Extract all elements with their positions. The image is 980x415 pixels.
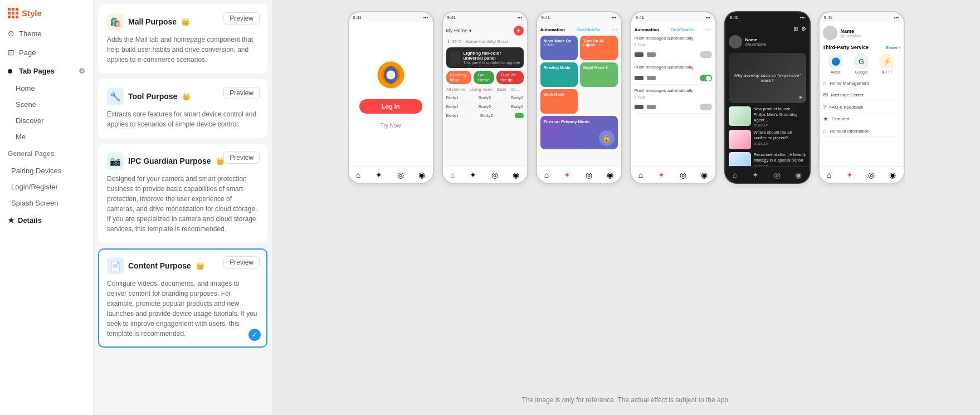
google-service[interactable]: G Google	[854, 53, 869, 74]
preview-caption: The image is only for reference. The act…	[522, 396, 730, 404]
news-item-1: New product launch | Philips Men's Groom…	[729, 106, 806, 127]
sidebar-item-theme[interactable]: ⊙ Theme	[0, 24, 93, 43]
phone5-top-icons: ⊞ ⚙	[729, 26, 806, 32]
settings-icon[interactable]: ⚙	[801, 26, 806, 32]
svg-point-2	[386, 71, 395, 80]
ifttt-service[interactable]: ⚡ IFTTT	[879, 53, 895, 74]
reading-mode-tile[interactable]: Reading Mode	[540, 62, 578, 87]
toggle-on[interactable]	[515, 113, 524, 118]
chip-cooking[interactable]: Cooking Now	[446, 71, 472, 84]
card-ipc[interactable]: Preview 📷 IPC Guardian Purpose 👑 Designe…	[98, 144, 267, 243]
turn-on-tile[interactable]: Turn On All Lights	[580, 36, 618, 60]
night-mode-tile[interactable]: Night Mode On 3 tasks	[540, 36, 578, 60]
content-title: Content Purpose	[128, 261, 191, 270]
more-icon[interactable]: ···	[612, 26, 617, 33]
sidebar-item-scene[interactable]: Scene	[0, 96, 93, 113]
preview-button-ipc[interactable]: Preview	[223, 152, 260, 164]
sidebar-tab-pages-header[interactable]: Tab Pages ⚙	[0, 62, 93, 80]
night-mode-2-tile[interactable]: Night Mode 2	[580, 62, 618, 87]
phone3-content: Automation OneClickGo ··· Night Mode On …	[537, 22, 621, 166]
nav-me-icon[interactable]: ◉	[701, 170, 708, 179]
sidebar-item-details[interactable]: ★ Details	[0, 211, 93, 230]
menu-faq[interactable]: ? FAQ & Feedback	[823, 101, 900, 113]
sidebar-item-page[interactable]: ⊡ Page	[0, 43, 93, 62]
phone2-add-button[interactable]: +	[514, 26, 524, 36]
room-tabs: All device Living room Bath All...	[446, 87, 524, 92]
logo-grid-icon	[8, 8, 18, 18]
menu-homekit[interactable]: ⌂ Homekit Information	[823, 125, 900, 137]
phone-home-mockup: 9:41 ▪▪▪ My Home ▾ + 🌡 29°C · Home Humid…	[442, 11, 528, 184]
nav-scene-icon[interactable]: ✦	[846, 170, 853, 179]
nav-scene-icon[interactable]: ✦	[376, 170, 382, 179]
nav-me-icon[interactable]: ◉	[418, 170, 425, 179]
preview-button-mall[interactable]: Preview	[223, 12, 260, 25]
nav-discover-icon[interactable]: ◎	[868, 170, 875, 179]
automation-label2: Automation	[635, 27, 659, 32]
lighting-sub: This panel is updated to upgrade	[464, 61, 520, 65]
preview-button-tool[interactable]: Preview	[223, 87, 260, 99]
alexa-service[interactable]: 🔵 Alexa	[828, 53, 844, 74]
nav-home-icon[interactable]: ⌂	[544, 170, 549, 179]
card-content[interactable]: Preview 📄 Content Purpose 👑 Configure vi…	[98, 248, 267, 348]
nav-scene-icon[interactable]: ✦	[470, 170, 476, 179]
phone2-status-bar: 9:41 ▪▪▪	[443, 12, 527, 22]
nav-home-icon[interactable]: ⌂	[356, 170, 360, 179]
show-more-link[interactable]: Show ›	[885, 45, 900, 50]
tool-desc: Extracts core features for smart device …	[107, 109, 259, 129]
menu-featured[interactable]: ★ Featured	[823, 113, 900, 125]
toggle-1[interactable]	[700, 51, 712, 58]
phone2-home-header: My Home ▾ +	[446, 26, 524, 36]
phone6-user: Name @username	[823, 26, 900, 40]
chip-go-home[interactable]: Go Home	[474, 71, 494, 84]
nav-scene-icon[interactable]: ✦	[658, 170, 665, 179]
nav-me-icon[interactable]: ◉	[607, 170, 613, 179]
sidebar-item-discover[interactable]: Discover	[0, 113, 93, 129]
nav-discover-icon[interactable]: ◎	[491, 170, 498, 179]
phone2-content: My Home ▾ + 🌡 29°C · Home Humidity Good …	[443, 22, 527, 166]
phone3-bottom-nav: ⌂ ✦ ◎ ◉	[537, 166, 621, 183]
nav-scene-icon[interactable]: ✦	[564, 170, 571, 179]
sidebar-item-splash[interactable]: Splash Screen	[0, 195, 93, 211]
sidebar-item-me[interactable]: Me	[0, 129, 93, 145]
nav-home-icon[interactable]: ⌂	[638, 170, 643, 179]
preview-button-content[interactable]: Preview	[223, 256, 260, 268]
toggle-3[interactable]	[700, 104, 712, 110]
menu-home-management[interactable]: ⌂ Home Management	[823, 77, 900, 89]
more-icon2[interactable]: ···	[706, 26, 711, 33]
menu-message-center[interactable]: ✉ Message Center	[823, 89, 900, 101]
expand-icon[interactable]: ⊞	[793, 26, 798, 32]
phone6-bottom-nav: ⌂ ✦ ◎ ◉	[820, 166, 904, 183]
video-thumbnail[interactable]: Why develop such an "expensive" mask? ▶	[729, 53, 806, 103]
nav-me-icon[interactable]: ◉	[889, 170, 896, 179]
sidebar-item-login[interactable]: Login/Register	[0, 179, 93, 195]
app-logo[interactable]: Style	[0, 0, 93, 24]
sidebar-item-home[interactable]: Home	[0, 80, 93, 96]
sidebar-item-pairing[interactable]: Pairing Devices	[0, 163, 93, 179]
toggle-2[interactable]	[700, 75, 712, 81]
ipc-crown-icon: 👑	[216, 157, 225, 165]
nav-me-icon[interactable]: ◉	[513, 170, 519, 179]
nav-discover-icon[interactable]: ◎	[774, 170, 781, 179]
nav-scene-icon[interactable]: ✦	[752, 170, 759, 179]
card-tool[interactable]: Preview 🔧 Tool Purpose 👑 Extracts core f…	[98, 79, 267, 138]
mall-title: Mall Purpose	[128, 17, 177, 26]
chip-turn-off[interactable]: Turn off the tip	[496, 71, 523, 84]
nav-discover-icon[interactable]: ◎	[586, 170, 592, 179]
content-crown-icon: 👑	[196, 262, 204, 270]
nav-home-icon[interactable]: ⌂	[827, 170, 831, 179]
login-button[interactable]: Log In	[359, 99, 422, 114]
nav-discover-icon[interactable]: ◎	[397, 170, 404, 179]
gear-icon[interactable]: ⚙	[79, 67, 85, 75]
work-mode-tile[interactable]: Work Mode	[540, 89, 578, 114]
phone6-status-bar: 9:41 ▪▪▪	[820, 12, 904, 22]
phone-services-mockup: 9:41 ▪▪▪ Name @username Third-Party Serv…	[818, 11, 905, 184]
nav-discover-icon[interactable]: ◎	[680, 170, 686, 179]
nav-home-icon[interactable]: ⌂	[450, 170, 455, 179]
try-now-link[interactable]: Try Now	[381, 123, 401, 129]
service-icons-row: 🔵 Alexa G Google ⚡ IFTTT	[823, 53, 900, 74]
nav-me-icon[interactable]: ◉	[795, 170, 802, 179]
news-time-2: 2019/11/8	[754, 142, 806, 145]
nav-home-icon[interactable]: ⌂	[733, 170, 737, 179]
card-mall[interactable]: Preview 🛍️ Mall Purpose 👑 Adds the Mall …	[98, 4, 267, 74]
privacy-mode-tile[interactable]: Turn on Privacy Mode 🔒	[540, 116, 618, 149]
